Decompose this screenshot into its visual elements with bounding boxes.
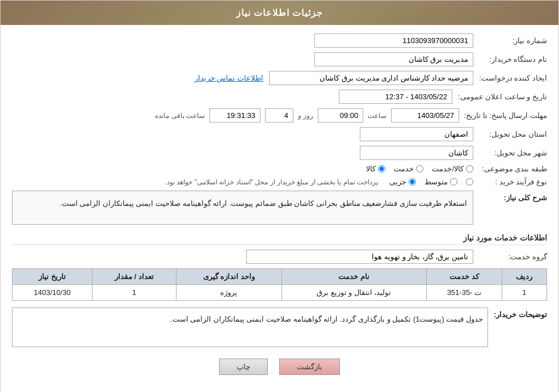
notes-box: جدول قیمت (پیوست1) تکمیل و بارگذاری گردد… [12, 307, 488, 347]
province-input [360, 127, 473, 141]
deadline-date-input [391, 108, 459, 123]
table-cell: 1 [502, 285, 547, 301]
need-number-label: شماره نیاز: [479, 36, 547, 45]
date-label: تاریخ و ساعت اعلان عمومی: [458, 92, 547, 101]
process-radio-full[interactable] [466, 178, 473, 186]
table-cell: ت -35-351 [426, 285, 502, 301]
process-label-partial: جزیی [389, 178, 406, 186]
buyer-org-label: نام دستگاه خریدار: [479, 55, 547, 64]
process-option-medium[interactable]: متوسط [424, 178, 457, 186]
col-header-code: کد خدمت [426, 269, 502, 285]
category-label-khedmat: خدمت [394, 165, 414, 173]
city-input [360, 146, 473, 160]
col-header-row: ردیف [502, 269, 547, 285]
print-button[interactable]: چاپ [219, 359, 268, 375]
province-label: استان محل تحویل: [479, 130, 547, 138]
process-label-medium: متوسط [424, 178, 448, 186]
table-cell: 1 [93, 285, 176, 301]
remaining-time-input [209, 108, 260, 123]
process-radio-medium[interactable] [450, 178, 457, 186]
contact-link[interactable]: اطلاعات تماس خریدار [195, 74, 263, 82]
category-option-khedmat[interactable]: خدمت [394, 165, 423, 173]
process-radio-group: متوسط جزیی [389, 178, 473, 186]
notes-text: جدول قیمت (پیوست1) تکمیل و بارگذاری گردد… [170, 315, 483, 323]
remaining-label: ساعت باقی مانده [155, 112, 205, 120]
col-header-unit: واحد اندازه گیری [176, 269, 281, 285]
requester-label: ایجاد کننده درخواست: [479, 74, 547, 82]
deadline-time-label: ساعت [368, 112, 386, 120]
category-radio-kala-khedmat[interactable] [466, 165, 473, 172]
notes-label: توضیحات خریدار: [494, 307, 547, 319]
description-text: استعلام ظرفیت سازی فشارضعیف مناطق بحرانی… [60, 199, 467, 208]
city-label: شهر محل تحویل: [479, 149, 547, 157]
buyer-org-input [314, 52, 473, 66]
table-cell: تولید، انتقال و توزیع برق [281, 285, 426, 301]
category-radio-group: کالا/خدمت خدمت کالا [366, 165, 473, 173]
table-cell: پروژه [176, 285, 281, 301]
table-row: 1ت -35-351تولید، انتقال و توزیع برقپروژه… [12, 285, 547, 301]
process-radio-partial[interactable] [409, 178, 416, 186]
category-radio-khedmat[interactable] [416, 165, 423, 172]
services-table: ردیف کد خدمت نام خدمت واحد اندازه گیری ت… [12, 268, 547, 301]
process-label: نوع فرآیند خرید : [479, 178, 547, 186]
service-group-label: گروه خدمت: [479, 252, 547, 261]
category-label-kala-khedmat: کالا/خدمت [432, 165, 464, 173]
col-header-qty: تعداد / مقدار [93, 269, 176, 285]
back-button[interactable]: بازگشت [279, 359, 340, 375]
requester-input [269, 71, 473, 85]
process-option-partial[interactable]: جزیی [389, 178, 416, 186]
deadline-days-label: روز و [298, 112, 313, 120]
deadline-time-input [318, 108, 363, 123]
col-header-name: نام خدمت [281, 269, 426, 285]
table-cell: 1403/10/30 [12, 285, 93, 301]
services-section-title: اطلاعات خدمات مورد نیاز [12, 233, 547, 245]
category-label: طبقه بندی موضوعی: [479, 165, 547, 173]
category-label-kala: کالا [366, 165, 376, 173]
need-number-input [314, 33, 473, 48]
category-radio-kala[interactable] [378, 165, 385, 172]
category-option-kala[interactable]: کالا [366, 165, 385, 173]
deadline-label: مهلت ارسال پاسخ: تا تاریخ: [464, 111, 547, 120]
process-note: پرداخت تمام یا بخشی از مبلغ خریدار از مح… [165, 178, 378, 186]
col-header-date: تاریخ نیاز [12, 269, 93, 285]
service-group-input [246, 250, 473, 264]
description-box: استعلام ظرفیت سازی فشارضعیف مناطق بحرانی… [12, 191, 473, 225]
date-input [339, 90, 452, 104]
deadline-days-input [265, 108, 293, 123]
process-option-full[interactable] [466, 178, 473, 186]
page-header: جزئیات اطلاعات نیاز [1, 1, 558, 25]
page-title: جزئیات اطلاعات نیاز [236, 8, 323, 18]
description-label: شرح کلی نیاز: [479, 191, 547, 202]
category-option-kala-khedmat[interactable]: کالا/خدمت [432, 165, 473, 173]
